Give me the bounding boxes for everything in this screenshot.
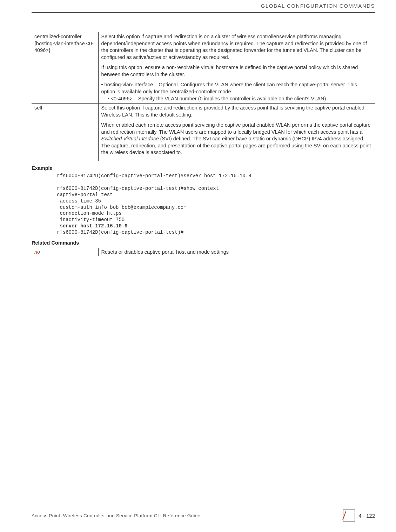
example-heading: Example (32, 165, 375, 171)
bullet-item: hosting-vlan-interface – Optional. Confi… (101, 81, 372, 102)
code-line: rfs6000-81742D(config-captive-portal-tes… (57, 230, 183, 235)
parameters-table: centralized-controller {hosting-vlan-int… (32, 32, 375, 161)
code-line: access-time 35 (57, 198, 101, 204)
page-header: GLOBAL CONFIGURATION COMMANDS (32, 0, 375, 13)
related-heading: Related Commands (32, 240, 375, 246)
sub-bullet-item: <0-4096> – Specify the VLAN number (0 im… (108, 95, 372, 102)
table-row: centralized-controller {hosting-vlan-int… (32, 32, 375, 104)
related-desc: Resets or disables captive portal host a… (98, 248, 375, 256)
related-cmd[interactable]: no (32, 248, 98, 256)
code-line-bold: server host 172.16.10.9 (57, 223, 128, 229)
code-line: captive-portal test (57, 192, 113, 198)
param-desc: Select this option if capture and redire… (98, 104, 375, 161)
bullet-text: hosting-vlan-interface – Optional. Confi… (101, 82, 357, 94)
page-footer: Access Point, Wireless Controller and Se… (0, 506, 396, 521)
param-desc: Select this option if capture and redire… (98, 32, 375, 104)
text-span: When enabled each remote access point se… (101, 122, 371, 135)
header-title: GLOBAL CONFIGURATION COMMANDS (261, 3, 375, 9)
table-row: self Select this option if capture and r… (32, 104, 375, 161)
para: If using this option, ensure a non-resol… (101, 64, 372, 78)
table-row: no Resets or disables captive portal hos… (32, 248, 375, 256)
related-commands-table: no Resets or disables captive portal hos… (32, 248, 375, 256)
italic-text: Switched Virtual Interface (101, 136, 159, 141)
para: Select this option if capture and redire… (101, 105, 372, 118)
sub-bullet-list: <0-4096> – Specify the VLAN number (0 im… (101, 95, 372, 102)
code-line: connection-mode https (57, 211, 122, 216)
footer-right: 4 - 122 (343, 510, 375, 521)
param-name: self (32, 104, 98, 161)
code-line: rfs6000-81742D(config-captive-portal-tes… (57, 186, 219, 191)
param-name: centralized-controller {hosting-vlan-int… (32, 32, 98, 104)
footer-title: Access Point, Wireless Controller and Se… (32, 513, 200, 518)
code-line: custom-auth info bob bob@examplecompany.… (57, 205, 187, 210)
code-line: rfs6000-81742D(config-captive-portal-tes… (57, 173, 251, 179)
bullet-list: hosting-vlan-interface – Optional. Confi… (101, 81, 372, 102)
code-block: rfs6000-81742D(config-captive-portal-tes… (32, 173, 375, 236)
page-number: 4 - 122 (358, 513, 375, 519)
para: When enabled each remote access point se… (101, 122, 372, 156)
para: Select this option if capture and redire… (101, 33, 372, 61)
slash-icon (343, 510, 355, 521)
code-line: inactivity-timeout 750 (57, 217, 125, 222)
